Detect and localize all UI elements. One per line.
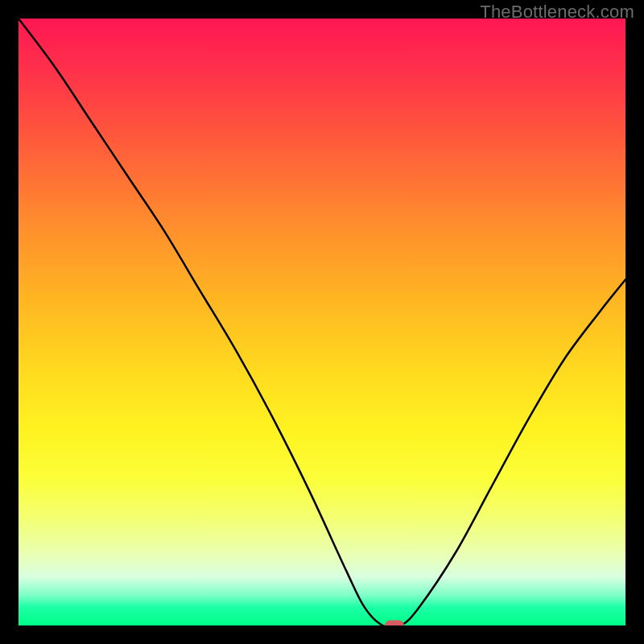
- optimum-marker: [385, 621, 404, 626]
- curve-path: [19, 19, 625, 625]
- chart-frame: TheBottleneck.com: [0, 0, 644, 644]
- watermark-text: TheBottleneck.com: [480, 2, 634, 23]
- bottleneck-curve: [19, 19, 625, 625]
- plot-area: [19, 19, 625, 625]
